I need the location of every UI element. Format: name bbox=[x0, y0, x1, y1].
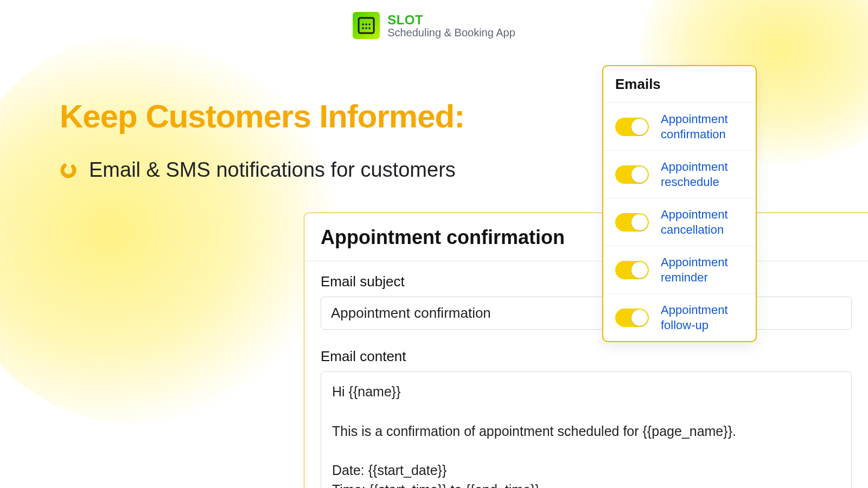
svg-point-5 bbox=[365, 27, 367, 29]
subline-block: Email & SMS notifications for customers bbox=[60, 158, 456, 182]
email-link-reminder[interactable]: Appointment reminder bbox=[661, 255, 744, 285]
editor-title: Appointment confirmation bbox=[321, 226, 852, 249]
toggle-cancellation[interactable] bbox=[615, 213, 649, 232]
email-subject-input[interactable] bbox=[321, 297, 852, 330]
email-editor-card: Appointment confirmation Email subject E… bbox=[304, 213, 868, 488]
email-item-cancellation: Appointment cancellation bbox=[603, 198, 756, 246]
brand-logo-icon bbox=[353, 12, 380, 39]
toggle-reminder[interactable] bbox=[615, 261, 649, 279]
email-link-confirmation[interactable]: Appointment confirmation bbox=[661, 112, 744, 142]
toggle-confirmation[interactable] bbox=[615, 118, 649, 136]
content-label: Email content bbox=[321, 348, 852, 365]
svg-point-4 bbox=[362, 27, 364, 29]
email-link-reschedule[interactable]: Appointment reschedule bbox=[661, 159, 744, 189]
email-item-confirmation: Appointment confirmation bbox=[603, 103, 756, 151]
svg-point-3 bbox=[368, 23, 371, 25]
emails-panel-title: Emails bbox=[603, 66, 756, 103]
svg-point-6 bbox=[368, 27, 371, 29]
brand-header: SLOT Scheduling & Booking App bbox=[353, 12, 515, 39]
email-item-reschedule: Appointment reschedule bbox=[603, 151, 756, 198]
email-item-followup: Appointment follow-up bbox=[603, 294, 756, 341]
brand-tagline: Scheduling & Booking App bbox=[387, 27, 515, 39]
svg-point-1 bbox=[362, 23, 364, 25]
email-link-cancellation[interactable]: Appointment cancellation bbox=[661, 207, 744, 237]
email-content-input[interactable]: Hi {{name}} This is a confirmation of ap… bbox=[321, 371, 852, 488]
email-link-followup[interactable]: Appointment follow-up bbox=[661, 303, 744, 332]
toggle-followup[interactable] bbox=[615, 309, 649, 327]
svg-point-2 bbox=[365, 23, 367, 25]
bullet-ring-icon bbox=[60, 162, 77, 179]
brand-name: SLOT bbox=[387, 12, 515, 28]
svg-rect-0 bbox=[359, 18, 374, 33]
subject-label: Email subject bbox=[321, 273, 852, 290]
headline-block: Keep Customers Informed: bbox=[60, 98, 464, 135]
page-headline: Keep Customers Informed: bbox=[60, 98, 464, 135]
emails-panel: Emails Appointment confirmation Appointm… bbox=[602, 65, 757, 342]
toggle-reschedule[interactable] bbox=[615, 165, 649, 184]
svg-point-7 bbox=[60, 162, 77, 178]
email-item-reminder: Appointment reminder bbox=[603, 246, 756, 294]
page-subline: Email & SMS notifications for customers bbox=[89, 158, 456, 182]
